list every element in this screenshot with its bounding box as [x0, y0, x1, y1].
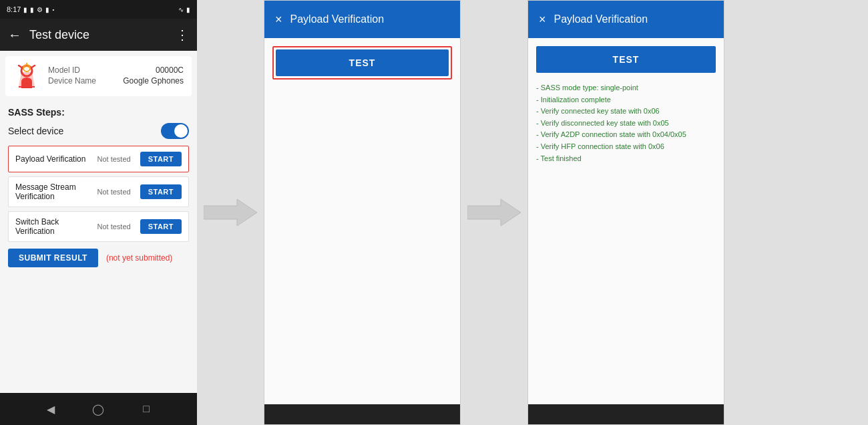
device-name-value: Google Gphones: [123, 76, 184, 86]
svg-marker-5: [204, 199, 257, 226]
dialog-2-test-button[interactable]: TEST: [536, 46, 716, 73]
battery-status-icon: ▮: [186, 6, 190, 13]
result-item: - Verify connected key state with 0x06: [536, 106, 716, 118]
name-row: Device Name Google Gphones: [48, 76, 184, 86]
phone-screen: ← Test device ⋮: [0, 19, 197, 393]
settings-icon: ⚙: [37, 6, 43, 13]
svg-marker-6: [467, 199, 521, 226]
result-item: - Verify HFP connection state with 0x06: [536, 141, 716, 153]
nav-recents-button[interactable]: □: [137, 400, 156, 418]
dialog-2-footer: [528, 404, 724, 424]
step-payload-name: Payload Verification: [15, 154, 93, 164]
arrow-2: [461, 196, 527, 229]
result-item: - Verify disconnected key state with 0x0…: [536, 118, 716, 130]
arrow-1-icon: [204, 196, 257, 229]
back-button[interactable]: ←: [8, 27, 21, 43]
result-list: - SASS mode type: single-point- Initiali…: [536, 82, 716, 164]
dialog-2-header: × Payload Verification: [528, 1, 724, 38]
nav-back-button[interactable]: ◀: [41, 400, 60, 418]
sass-section: SASS Steps: Select device Payload Verifi…: [0, 102, 197, 273]
svg-line-2: [31, 65, 35, 68]
status-left: 8:17 ▮ ▮ ⚙ ▮ •: [7, 5, 54, 13]
result-item: - Test finished: [536, 153, 716, 165]
menu-button[interactable]: ⋮: [176, 27, 189, 43]
dialog-2-body: TEST - SASS mode type: single-point- Ini…: [528, 38, 724, 404]
result-item: - Verify A2DP connection state with 0x04…: [536, 129, 716, 141]
step-switchback-name: Switch Back Verification: [15, 217, 93, 236]
device-logo-icon: [13, 63, 40, 90]
step-switchback-row: Switch Back Verification Not tested STAR…: [8, 211, 189, 242]
toolbar-title: Test device: [29, 28, 176, 42]
status-right: ∿ ▮: [178, 6, 190, 13]
select-device-row: Select device: [8, 123, 189, 139]
dialog-2-title: Payload Verification: [554, 13, 648, 25]
submit-result-button[interactable]: SUBMIT RESULT: [8, 249, 98, 267]
arrow-2-icon: [467, 196, 521, 229]
step-payload-status: Not tested: [97, 155, 131, 163]
dialog-1-header: × Payload Verification: [264, 1, 460, 38]
test-btn-container-1: TEST: [272, 46, 452, 80]
phone-nav-bar: ◀ ◯ □: [0, 393, 197, 425]
dialog-screen-2: × Payload Verification TEST - SASS mode …: [527, 0, 724, 425]
dot-icon: •: [52, 7, 54, 13]
result-item: - Initialization complete: [536, 94, 716, 106]
submit-row: SUBMIT RESULT (not yet submitted): [8, 249, 189, 267]
device-details: Model ID 00000C Device Name Google Gphon…: [48, 65, 184, 87]
result-item: - SASS mode type: single-point: [536, 82, 716, 94]
main-container: 8:17 ▮ ▮ ⚙ ▮ • ∿ ▮ ← Test device ⋮: [0, 0, 868, 425]
nav-home-button[interactable]: ◯: [89, 400, 107, 418]
model-label: Model ID: [48, 65, 80, 75]
step-payload-start-button[interactable]: START: [140, 152, 182, 166]
device-name-label: Device Name: [48, 76, 96, 86]
status-time: 8:17: [7, 5, 21, 13]
wifi-icon: ∿: [178, 6, 184, 13]
step-message-start-button[interactable]: START: [140, 184, 182, 199]
step-switchback-status: Not tested: [97, 223, 131, 231]
step-message-name: Message Stream Verification: [15, 182, 93, 201]
dialog-1-body: TEST: [264, 38, 460, 404]
sim-icon: ▮: [23, 6, 27, 13]
model-value: 00000C: [156, 65, 184, 75]
step-message-row: Message Stream Verification Not tested S…: [8, 176, 189, 207]
step-payload-row: Payload Verification Not tested START: [8, 146, 189, 172]
dialog-screen-1: × Payload Verification TEST: [264, 0, 461, 425]
select-device-label: Select device: [8, 126, 63, 136]
submit-status: (not yet submitted): [106, 253, 172, 263]
step-message-status: Not tested: [97, 188, 131, 196]
dialog-1-test-button[interactable]: TEST: [276, 49, 449, 76]
sass-title: SASS Steps:: [8, 107, 189, 118]
dialog-1-close-button[interactable]: ×: [275, 13, 282, 27]
model-row: Model ID 00000C: [48, 65, 184, 75]
status-bar: 8:17 ▮ ▮ ⚙ ▮ • ∿ ▮: [0, 0, 197, 19]
svg-line-1: [19, 65, 23, 68]
signal-icon: ▮: [45, 6, 49, 13]
step-switchback-start-button[interactable]: START: [140, 219, 182, 234]
dialog-2-close-button[interactable]: ×: [539, 13, 546, 27]
phone-device: 8:17 ▮ ▮ ⚙ ▮ • ∿ ▮ ← Test device ⋮: [0, 0, 197, 425]
dialog-1-footer: [264, 404, 460, 424]
arrow-1: [197, 196, 264, 229]
phone-toolbar: ← Test device ⋮: [0, 19, 197, 51]
dialog-1-title: Payload Verification: [290, 13, 385, 25]
device-info-card: Model ID 00000C Device Name Google Gphon…: [5, 56, 192, 96]
select-device-toggle[interactable]: [161, 123, 189, 139]
battery-icon: ▮: [30, 6, 34, 13]
